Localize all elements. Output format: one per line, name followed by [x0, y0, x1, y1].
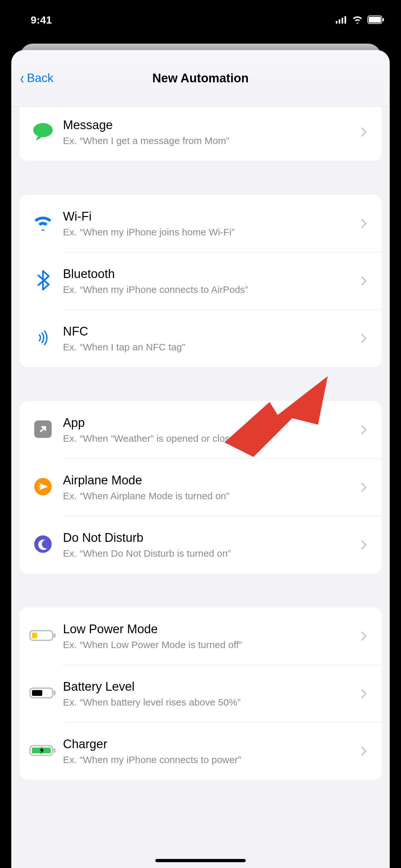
dnd-icon — [34, 535, 52, 555]
chevron-right-icon — [356, 219, 372, 228]
row-subtitle: Ex. “When I tap an NFC tag” — [63, 342, 356, 352]
airplane-icon — [34, 477, 52, 497]
row-airplane[interactable]: Airplane Mode Ex. “When Airplane Mode is… — [19, 459, 382, 516]
nav-title: New Automation — [152, 71, 249, 85]
chevron-right-icon — [356, 425, 372, 435]
row-title: Airplane Mode — [63, 473, 356, 487]
sheet: ‹ Back New Automation Message Ex. “When … — [11, 50, 390, 868]
chevron-right-icon — [356, 276, 372, 286]
row-title: Do Not Disturb — [63, 531, 356, 545]
wifi-status-icon — [352, 16, 363, 25]
cellular-icon — [336, 16, 347, 25]
nav-bar: ‹ Back New Automation — [11, 50, 390, 106]
row-subtitle: Ex. “When battery level rises above 50%” — [63, 697, 356, 708]
svg-rect-1 — [339, 20, 340, 24]
back-button[interactable]: ‹ Back — [19, 50, 54, 106]
row-subtitle: Ex. “When “Weather” is opened or closed” — [63, 433, 356, 444]
chevron-right-icon — [356, 540, 372, 550]
chevron-right-icon — [356, 334, 372, 343]
row-battery[interactable]: Battery Level Ex. “When battery level ri… — [19, 665, 382, 722]
svg-rect-16 — [54, 691, 56, 695]
row-title: App — [63, 416, 356, 430]
chevron-right-icon — [356, 483, 372, 492]
row-title: Bluetooth — [63, 267, 356, 281]
nfc-icon — [35, 330, 51, 347]
svg-point-10 — [34, 535, 52, 553]
row-charger[interactable]: Charger Ex. “When my iPhone connects to … — [19, 722, 382, 780]
battery-icon — [29, 686, 57, 701]
svg-rect-3 — [344, 16, 346, 24]
svg-rect-12 — [32, 632, 37, 639]
lowpower-icon — [29, 629, 57, 644]
status-time: 9:41 — [31, 14, 52, 26]
row-subtitle: Ex. “When my iPhone joins home Wi-Fi” — [63, 227, 356, 238]
row-title: Message — [63, 118, 356, 132]
row-subtitle: Ex. “When Airplane Mode is turned on” — [63, 491, 356, 501]
wifi-icon — [33, 215, 53, 232]
row-app[interactable]: App Ex. “When “Weather” is opened or clo… — [19, 401, 382, 459]
row-lowpower[interactable]: Low Power Mode Ex. “When Low Power Mode … — [19, 608, 382, 665]
group-power: Low Power Mode Ex. “When Low Power Mode … — [19, 608, 382, 780]
row-dnd[interactable]: Do Not Disturb Ex. “When Do Not Disturb … — [19, 516, 382, 574]
battery-status-icon — [367, 16, 385, 25]
row-subtitle: Ex. “When my iPhone connects to power” — [63, 754, 356, 765]
row-subtitle: Ex. “When Do Not Disturb is turned on” — [63, 548, 356, 559]
message-icon — [32, 122, 54, 143]
svg-rect-0 — [336, 21, 337, 24]
back-label: Back — [27, 71, 53, 85]
chevron-right-icon — [356, 631, 372, 641]
content: Message Ex. “When I get a message from M… — [11, 106, 390, 868]
row-title: Charger — [63, 737, 356, 751]
svg-rect-13 — [54, 633, 56, 638]
row-message[interactable]: Message Ex. “When I get a message from M… — [19, 106, 382, 161]
app-icon — [34, 420, 52, 440]
bluetooth-icon — [36, 270, 50, 291]
svg-rect-5 — [369, 17, 381, 23]
chevron-right-icon — [356, 689, 372, 699]
row-title: Low Power Mode — [63, 622, 356, 636]
charger-icon — [29, 744, 57, 758]
svg-rect-2 — [342, 18, 343, 24]
chevron-right-icon — [356, 127, 372, 137]
row-subtitle: Ex. “When Low Power Mode is turned off” — [63, 640, 356, 650]
group-settings: App Ex. “When “Weather” is opened or clo… — [19, 401, 382, 574]
row-title: Battery Level — [63, 680, 356, 693]
row-subtitle: Ex. “When I get a message from Mom” — [63, 135, 356, 146]
row-bluetooth[interactable]: Bluetooth Ex. “When my iPhone connects t… — [19, 252, 382, 310]
svg-rect-15 — [32, 690, 42, 696]
status-indicators — [336, 16, 385, 25]
svg-point-7 — [33, 123, 53, 137]
row-nfc[interactable]: NFC Ex. “When I tap an NFC tag” — [19, 310, 382, 367]
svg-rect-19 — [54, 748, 56, 753]
group-communication: Message Ex. “When I get a message from M… — [19, 106, 382, 161]
group-connectivity: Wi-Fi Ex. “When my iPhone joins home Wi-… — [19, 195, 382, 367]
row-subtitle: Ex. “When my iPhone connects to AirPods” — [63, 284, 356, 295]
svg-rect-6 — [382, 18, 384, 21]
row-title: Wi-Fi — [63, 210, 356, 223]
row-title: NFC — [63, 324, 356, 338]
row-wifi[interactable]: Wi-Fi Ex. “When my iPhone joins home Wi-… — [19, 195, 382, 252]
chevron-right-icon — [356, 746, 372, 756]
home-indicator — [155, 859, 246, 862]
status-bar: 9:41 — [0, 0, 401, 43]
